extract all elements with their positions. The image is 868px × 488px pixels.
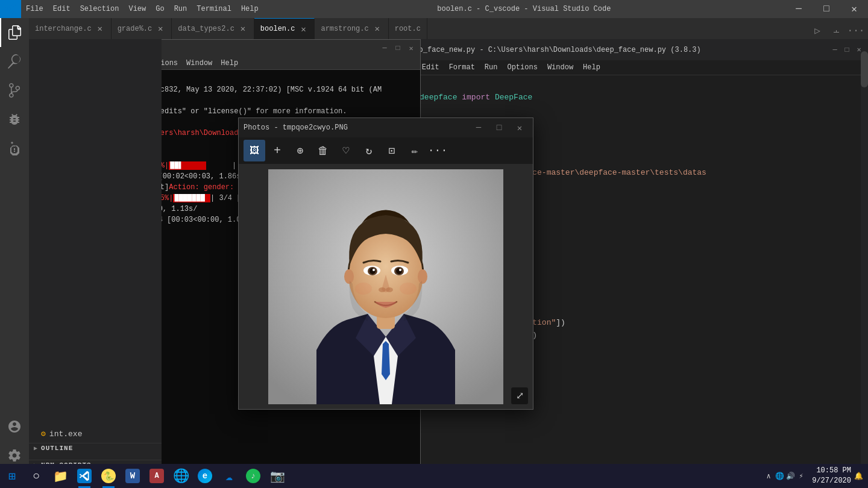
run-button[interactable]: ▷ bbox=[809, 22, 826, 39]
tab-close-grade[interactable]: ✕ bbox=[156, 24, 165, 34]
portrait-image bbox=[268, 169, 503, 404]
shell-menu-window[interactable]: Window bbox=[183, 57, 216, 70]
python-shell-menubar: File Edit Shell Debug Options Window Hel… bbox=[162, 57, 420, 70]
shell-action-age-1: Action: age: 25%| bbox=[162, 161, 169, 170]
maximize-button[interactable]: □ bbox=[813, 0, 840, 18]
photos-crop-btn[interactable]: ⊡ bbox=[381, 140, 403, 161]
photos-edit-btn[interactable]: ✏ bbox=[404, 140, 426, 161]
photos-add-btn[interactable]: + bbox=[266, 140, 288, 161]
taskbar-file-explorer[interactable]: 📁 bbox=[48, 464, 72, 488]
deep-face-title: deep_face_new.py - C:\Users\harsh\Downlo… bbox=[406, 46, 826, 54]
clock-date: 9/27/2020 bbox=[812, 476, 851, 486]
deep-face-menubar: File Edit Format Run Options Window Help bbox=[386, 60, 868, 75]
editor-menu-format[interactable]: Format bbox=[445, 63, 479, 72]
windows-logo-icon: ⊞ bbox=[8, 469, 16, 484]
notification-icon[interactable]: 🔔 bbox=[854, 471, 863, 481]
tab-close-interchange[interactable]: ✕ bbox=[95, 24, 105, 34]
photos-minimize-btn[interactable]: ─ bbox=[470, 119, 487, 136]
editor-scrollbar[interactable] bbox=[861, 75, 868, 470]
python-shell-title: Python 3.8.3 Shell bbox=[162, 44, 376, 52]
svg-point-3 bbox=[344, 269, 354, 284]
editor-menu-window[interactable]: Window bbox=[544, 63, 577, 72]
taskbar-python[interactable]: 🐍 bbox=[96, 464, 121, 488]
tab-root[interactable]: root.c bbox=[389, 18, 427, 39]
activity-extensions[interactable] bbox=[0, 134, 29, 163]
activity-account[interactable] bbox=[0, 412, 29, 441]
tab-grade[interactable]: grade%.c ✕ bbox=[112, 18, 172, 39]
editor-maximize-btn[interactable]: □ bbox=[843, 46, 851, 54]
tab-close-boolen[interactable]: ✕ bbox=[298, 24, 308, 34]
tab-label: armstrong.c bbox=[321, 25, 368, 33]
python-close-btn[interactable]: ✕ bbox=[407, 44, 415, 52]
editor-menu-edit[interactable]: Edit bbox=[418, 63, 443, 72]
spotify-icon: ♪ bbox=[246, 469, 260, 483]
taskbar-word[interactable]: W bbox=[121, 464, 145, 488]
tray-volume[interactable]: 🔊 bbox=[785, 471, 795, 481]
photos-photo-btn[interactable]: 🖼 bbox=[244, 140, 265, 161]
taskbar-spotify[interactable]: ♪ bbox=[241, 464, 265, 488]
menu-selection[interactable]: Selection bbox=[75, 0, 124, 18]
window-title: boolen.c - C_vscode - Visual Studio Code bbox=[263, 5, 785, 13]
photos-more-btn[interactable]: ··· bbox=[427, 140, 448, 161]
activity-source-control[interactable] bbox=[0, 76, 29, 105]
menu-view[interactable]: View bbox=[124, 0, 151, 18]
taskbar-chrome[interactable]: 🌐 bbox=[169, 464, 193, 488]
taskbar-clock[interactable]: 10:58 PM 9/27/2020 bbox=[812, 466, 851, 486]
photos-favorite-btn[interactable]: ♡ bbox=[335, 140, 357, 161]
window-controls: ─ □ ✕ bbox=[785, 0, 868, 18]
tray-battery[interactable]: ⚡ bbox=[796, 471, 806, 481]
scrollbar-thumb[interactable] bbox=[861, 75, 868, 87]
vscode-taskbar-icon bbox=[77, 469, 92, 483]
tab-label: root.c bbox=[395, 25, 421, 33]
menu-go[interactable]: Go bbox=[151, 0, 169, 18]
tray-network[interactable]: 🌐 bbox=[775, 471, 784, 481]
editor-menu-run[interactable]: Run bbox=[481, 63, 502, 72]
activity-explorer[interactable] bbox=[0, 18, 29, 47]
menu-run[interactable]: Run bbox=[169, 0, 192, 18]
onedrive-icon: ☁ bbox=[225, 469, 233, 484]
tab-data-types[interactable]: data_types2.c ✕ bbox=[172, 18, 254, 39]
taskbar-search-btn[interactable]: ○ bbox=[24, 464, 48, 488]
python-maximize-btn[interactable]: □ bbox=[394, 44, 402, 52]
activity-debug[interactable] bbox=[0, 105, 29, 134]
more-actions-button[interactable]: ··· bbox=[848, 22, 864, 39]
split-editor-button[interactable]: ⫠ bbox=[828, 22, 845, 39]
editor-menu-options[interactable]: Options bbox=[503, 63, 541, 72]
taskbar-onedrive[interactable]: ☁ bbox=[217, 464, 241, 488]
menu-terminal[interactable]: Terminal bbox=[192, 0, 236, 18]
shell-menu-options[interactable]: Options bbox=[162, 57, 181, 70]
shell-menu-help[interactable]: Help bbox=[217, 57, 242, 70]
python-minimize-btn[interactable]: ─ bbox=[380, 44, 389, 52]
word-taskbar-icon: W bbox=[125, 469, 140, 483]
taskbar-start-btn[interactable]: ⊞ bbox=[0, 464, 24, 488]
minimize-button[interactable]: ─ bbox=[785, 0, 813, 18]
menu-help[interactable]: Help bbox=[236, 0, 263, 18]
photos-maximize-btn[interactable]: □ bbox=[491, 119, 508, 136]
taskbar-right: ∧ 🌐 🔊 ⚡ 10:58 PM 9/27/2020 🔔 bbox=[760, 466, 868, 486]
tray-show-hidden[interactable]: ∧ bbox=[764, 471, 773, 481]
taskbar-vscode[interactable] bbox=[72, 464, 96, 488]
editor-minimize-btn[interactable]: ─ bbox=[831, 46, 839, 54]
menu-file[interactable]: File bbox=[21, 0, 48, 18]
search-icon: ○ bbox=[33, 469, 40, 483]
tab-close-data-types[interactable]: ✕ bbox=[238, 24, 248, 34]
tab-interchange[interactable]: interchange.c ✕ bbox=[29, 18, 112, 39]
tab-boolen[interactable]: boolen.c ✕ bbox=[254, 18, 315, 39]
tab-armstrong[interactable]: armstrong.c ✕ bbox=[315, 18, 388, 39]
photos-expand-btn[interactable]: ⤢ bbox=[511, 387, 528, 404]
activity-search[interactable] bbox=[0, 47, 29, 76]
menu-edit[interactable]: Edit bbox=[48, 0, 75, 18]
editor-menu-help[interactable]: Help bbox=[579, 63, 604, 72]
close-button[interactable]: ✕ bbox=[840, 0, 868, 18]
taskbar-camera[interactable]: 📷 bbox=[265, 464, 289, 488]
edge-icon: e bbox=[198, 469, 212, 483]
photos-zoom-btn[interactable]: ⊕ bbox=[289, 140, 311, 161]
photos-delete-btn[interactable]: 🗑 bbox=[312, 140, 334, 161]
taskbar-edge[interactable]: e bbox=[193, 464, 217, 488]
photos-window[interactable]: Photos - tmpqoe2cwyo.PNG ─ □ ✕ 🖼 + ⊕ 🗑 ♡… bbox=[238, 117, 533, 410]
photos-close-btn[interactable]: ✕ bbox=[511, 119, 528, 136]
taskbar-access[interactable]: A bbox=[145, 464, 169, 488]
shell-action-race-1: Action: race: 75%| bbox=[162, 194, 173, 202]
photos-rotate-btn[interactable]: ↻ bbox=[358, 140, 380, 161]
tab-close-armstrong[interactable]: ✕ bbox=[373, 24, 382, 34]
